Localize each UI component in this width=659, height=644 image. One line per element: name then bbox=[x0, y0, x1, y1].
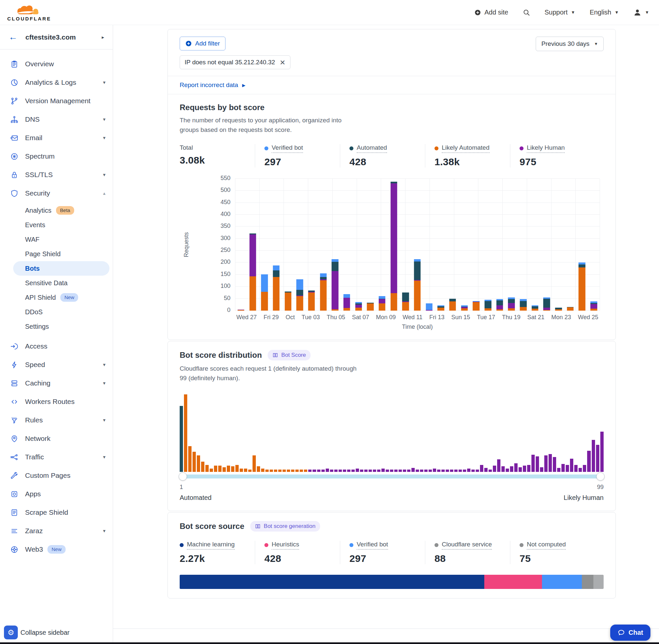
back-arrow-icon[interactable]: ← bbox=[8, 33, 18, 42]
sidebar-item-analytics-logs[interactable]: Analytics & Logs▾ bbox=[0, 73, 113, 92]
bot-score-badge[interactable]: Bot Score bbox=[268, 350, 310, 361]
histogram-bar bbox=[197, 455, 200, 472]
histogram-bar bbox=[231, 466, 234, 472]
sidebar-item-dns[interactable]: DNS▾ bbox=[0, 110, 113, 129]
likely-human-segment bbox=[508, 303, 515, 308]
chat-button[interactable]: Chat bbox=[610, 624, 651, 641]
sidebar-item-overview[interactable]: Overview bbox=[0, 55, 113, 73]
stat-label[interactable]: Machine learning bbox=[187, 541, 235, 550]
filter-chip[interactable]: IP does not equal 35.212.240.32 ✕ bbox=[180, 55, 290, 69]
chevron-right-icon[interactable]: ▸ bbox=[101, 34, 104, 40]
sidebar-item-label: DDoS bbox=[25, 308, 43, 316]
sidebar-item-custom-pages[interactable]: Custom Pages bbox=[0, 466, 113, 485]
sidebar-item-spectrum[interactable]: Spectrum bbox=[0, 147, 113, 165]
likely-automated-segment bbox=[520, 307, 526, 310]
histogram-bar bbox=[600, 432, 604, 472]
y-tick-label: 200 bbox=[220, 258, 231, 266]
histogram-bar bbox=[265, 469, 269, 472]
histogram-bar bbox=[274, 469, 277, 472]
search-button[interactable] bbox=[523, 9, 530, 16]
sidebar-item-page-shield[interactable]: Page Shield bbox=[0, 247, 113, 261]
sidebar-item-rules[interactable]: Rules▾ bbox=[0, 411, 113, 429]
sidebar-item-workers-routes[interactable]: Workers Routes bbox=[0, 392, 113, 411]
gridline-v bbox=[381, 179, 381, 310]
collapse-sidebar[interactable]: ⚙ Collapse sidebar bbox=[4, 625, 70, 639]
sidebar-item-events[interactable]: Events bbox=[0, 217, 113, 232]
histogram-bar bbox=[300, 469, 303, 472]
stat-label[interactable]: Heuristics bbox=[272, 541, 299, 550]
slider-handle-max[interactable] bbox=[596, 472, 605, 480]
stat-label[interactable]: Not computed bbox=[527, 541, 566, 550]
verified-bot-stat: Verified bot297 bbox=[255, 144, 340, 167]
sidebar-item-waf[interactable]: WAF bbox=[0, 232, 113, 247]
stat-label[interactable]: Automated bbox=[357, 144, 387, 153]
histogram-bar bbox=[296, 469, 299, 472]
automated-segment bbox=[543, 299, 550, 308]
date-range-select[interactable]: Previous 30 days ▼ bbox=[536, 37, 604, 51]
add-site-button[interactable]: Add site bbox=[474, 8, 508, 16]
sidebar-item-sensitive-data[interactable]: Sensitive Data bbox=[0, 276, 113, 290]
sidebar-item-analytics[interactable]: AnalyticsBeta bbox=[0, 203, 113, 217]
histogram-bar bbox=[308, 469, 311, 472]
sidebar-item-settings[interactable]: Settings bbox=[0, 319, 113, 334]
requests-chart: Requests 0501001502002503003504004505005… bbox=[180, 179, 604, 330]
sidebar-item-apps[interactable]: Apps bbox=[0, 485, 113, 503]
x-tick-label: Tue 17 bbox=[477, 314, 495, 321]
sidebar-item-ddos[interactable]: DDoS bbox=[0, 305, 113, 319]
account-menu[interactable]: ▼ bbox=[633, 8, 649, 17]
sidebar-item-access[interactable]: Access bbox=[0, 337, 113, 355]
sidebar-item-ssl-tls[interactable]: SSL/TLS▾ bbox=[0, 165, 113, 184]
histogram-bar bbox=[523, 466, 526, 472]
chat-label: Chat bbox=[629, 629, 643, 637]
likely-human-caption: Likely Human bbox=[564, 494, 604, 502]
sidebar-item-security[interactable]: Security▴ bbox=[0, 184, 113, 203]
language-menu[interactable]: English ▼ bbox=[590, 8, 619, 16]
sidebar-item-scrape-shield[interactable]: Scrape Shield bbox=[0, 503, 113, 522]
sidebar-item-zaraz[interactable]: Zaraz▾ bbox=[0, 522, 113, 540]
sidebar-item-network[interactable]: Network bbox=[0, 429, 113, 448]
cloudflare-logo[interactable]: CLOUDFLARE bbox=[7, 4, 51, 21]
sidebar-item-label: Version Management bbox=[25, 97, 105, 105]
likely-automated-segment bbox=[379, 303, 385, 310]
stat-label[interactable]: Likely Human bbox=[527, 144, 565, 153]
gridline-v bbox=[405, 179, 405, 310]
likely-automated-stat: Likely Automated1.38k bbox=[425, 144, 510, 167]
gridline-h bbox=[235, 214, 600, 215]
add-filter-button[interactable]: Add filter bbox=[180, 37, 226, 50]
stat-label[interactable]: Verified bot bbox=[272, 144, 303, 153]
verified-bot-segment bbox=[273, 266, 280, 270]
sidebar-item-version-management[interactable]: Version Management bbox=[0, 92, 113, 110]
sidebar-item-traffic[interactable]: Traffic▾ bbox=[0, 448, 113, 466]
slider-handle-min[interactable] bbox=[179, 472, 187, 480]
automated-segment bbox=[402, 293, 409, 301]
sidebar-item-bots[interactable]: Bots bbox=[13, 261, 110, 276]
sidebar-item-email[interactable]: Email▾ bbox=[0, 129, 113, 147]
report-incorrect-data-link[interactable]: Report incorrect data bbox=[180, 82, 238, 89]
x-tick-label: Fri 29 bbox=[263, 314, 279, 321]
sidebar-item-caching[interactable]: Caching▾ bbox=[0, 374, 113, 392]
histogram-bar bbox=[304, 469, 307, 472]
likely-automated-segment bbox=[508, 308, 515, 310]
bot-score-generation-badge[interactable]: Bot score generation bbox=[250, 521, 320, 532]
sidebar-item-api-shield[interactable]: API ShieldNew bbox=[0, 290, 113, 305]
stat-label[interactable]: Cloudflare service bbox=[442, 541, 492, 550]
stat-label[interactable]: Likely Automated bbox=[442, 144, 490, 153]
support-menu[interactable]: Support ▼ bbox=[545, 8, 575, 16]
chevron-down-icon: ▾ bbox=[103, 528, 105, 534]
slider-max-label: 99 bbox=[597, 484, 604, 491]
histogram-bar bbox=[399, 469, 402, 472]
gear-icon[interactable]: ⚙ bbox=[4, 625, 18, 639]
likely-automated-segment bbox=[461, 308, 468, 310]
sidebar-item-speed[interactable]: Speed▾ bbox=[0, 355, 113, 374]
sidebar-item-web3[interactable]: Web3New bbox=[0, 540, 113, 558]
sidebar-item-label: Spectrum bbox=[25, 152, 105, 160]
chevron-up-icon: ▴ bbox=[103, 190, 105, 196]
histogram-bar bbox=[235, 465, 239, 472]
score-range-slider[interactable] bbox=[180, 475, 604, 479]
stat-label[interactable]: Verified bot bbox=[357, 541, 388, 550]
chart-bar bbox=[567, 307, 573, 310]
sidebar-item-label: Settings bbox=[25, 323, 49, 330]
histogram-bar bbox=[317, 469, 321, 472]
histogram-bar bbox=[312, 469, 316, 472]
remove-filter-icon[interactable]: ✕ bbox=[280, 59, 285, 66]
